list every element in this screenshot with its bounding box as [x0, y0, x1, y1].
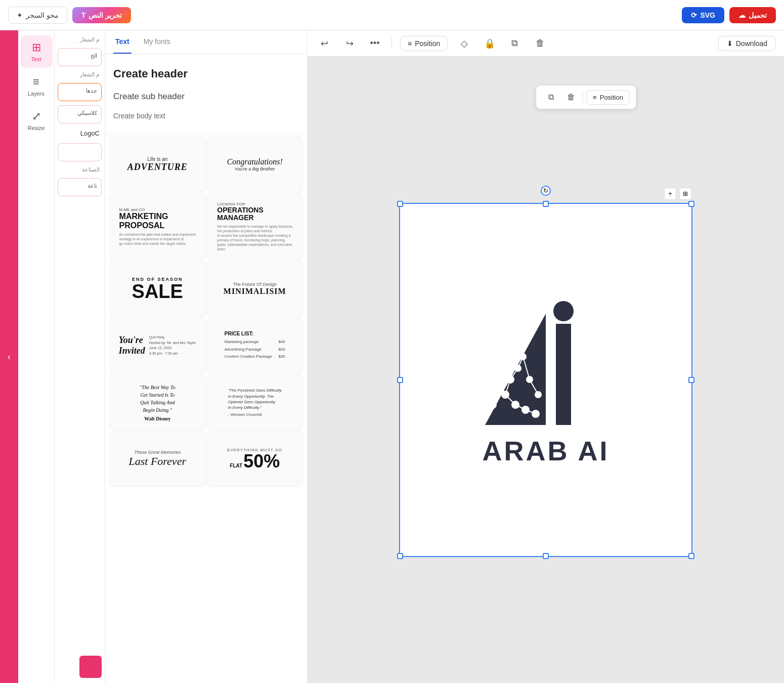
- create-sub-btn[interactable]: Create sub header: [113, 90, 299, 104]
- float-position-btn[interactable]: ≡ Position: [586, 90, 630, 105]
- corner-crop-btn[interactable]: +: [664, 188, 676, 200]
- pink-color-block: [79, 656, 102, 678]
- create-body-btn[interactable]: Create body text: [113, 110, 299, 122]
- arabic-card-2[interactable]: جدها: [58, 83, 102, 101]
- more-options-button[interactable]: •••: [366, 35, 383, 52]
- text-panel: Text My fonts Create header Create sub h…: [105, 30, 308, 683]
- delete-icon: 🗑: [536, 38, 545, 49]
- redo-icon: ↪: [346, 38, 354, 49]
- font-sample-lastforever[interactable]: These Great Memories Last Forever: [109, 431, 206, 487]
- selection-box: ↻ ⊞ +: [399, 203, 692, 557]
- canvas-workspace[interactable]: ⧉ 🗑 ≡ Position: [308, 57, 784, 683]
- sidebar-item-resize[interactable]: ⤢ Resize: [20, 104, 53, 137]
- top-bar: ✦ محو السحر T تحرير النص ⟳ SVG ☁ تحميل: [0, 0, 784, 30]
- position-button[interactable]: ≡ Position: [400, 36, 448, 51]
- toolbar-sep-1: [391, 37, 392, 50]
- undo-icon: ↩: [321, 38, 328, 49]
- tab-text[interactable]: Text: [113, 30, 132, 54]
- font-sample-pessimist[interactable]: "The Pessimist Sees DifficultyIn Every O…: [207, 374, 303, 430]
- handle-bl[interactable]: [397, 553, 403, 559]
- svg-button[interactable]: ⟳ SVG: [682, 7, 724, 23]
- font-sample-operations[interactable]: LOOKING FOR OPERATIONSMANAGER We be resp…: [207, 193, 303, 260]
- industry-card[interactable]: ناعة: [58, 178, 102, 196]
- handle-mr[interactable]: [688, 377, 694, 383]
- text-edit-button[interactable]: T تحرير النص: [72, 7, 131, 23]
- logo-c-label: LogoC: [58, 127, 102, 139]
- float-duplicate-icon: ⧉: [548, 93, 554, 102]
- top-bar-left: ✦ محو السحر T تحرير النص: [8, 7, 676, 24]
- font-sample-marketing[interactable]: M.MK and CO MARKETINGPROPOSAL As combine…: [109, 193, 206, 260]
- font-sample-fifty[interactable]: EVERYTHING MUST GO FLAT 50%: [207, 431, 303, 487]
- collapse-icon: ‹: [8, 352, 11, 362]
- rotate-handle[interactable]: ↻: [541, 186, 551, 196]
- arabic-card-classic[interactable]: كلاسيكي: [58, 105, 102, 123]
- handle-bm[interactable]: [543, 553, 549, 559]
- arabic-card-1-text: الخ: [91, 53, 97, 59]
- sidebar-layers-label: Layers: [28, 91, 45, 97]
- shape-button[interactable]: ◇: [456, 35, 473, 52]
- font-sample-adventure[interactable]: Life is an ADVENTURE: [109, 137, 206, 192]
- collapse-button[interactable]: ‹: [0, 30, 18, 683]
- sidebar-item-text[interactable]: ⊞ Text: [20, 35, 53, 68]
- font-samples-grid: Life is an ADVENTURE Congratulations! Yo…: [105, 137, 307, 495]
- text-panel-tabs: Text My fonts: [105, 30, 307, 54]
- main-layout: ‹ ⊞ Text ≡ Layers ⤢ Resize م الشعار الخ …: [0, 30, 784, 683]
- cloud-icon: ☁: [738, 11, 746, 19]
- download-top-button[interactable]: ☁ تحميل: [729, 7, 776, 23]
- magic-erase-button[interactable]: ✦ محو السحر: [8, 7, 67, 24]
- top-bar-right: ⟳ SVG ☁ تحميل: [682, 7, 776, 23]
- layers-icon: ≡: [33, 75, 39, 89]
- handle-tm[interactable]: [543, 201, 549, 207]
- text-icon: ⊞: [32, 41, 41, 54]
- font-sample-sale[interactable]: END OF SEASON SALE: [109, 261, 206, 317]
- text-edit-label: تحرير النص: [89, 11, 122, 19]
- duplicate-icon: ⧉: [511, 38, 518, 49]
- canvas-area: ↩ ↪ ••• ≡ Position ◇ 🔒 ⧉ 🗑: [308, 30, 784, 683]
- industry-card-text: ناعة: [88, 183, 97, 189]
- undo-button[interactable]: ↩: [316, 35, 333, 52]
- sidebar-icons: ⊞ Text ≡ Layers ⤢ Resize: [18, 30, 55, 683]
- duplicate-button[interactable]: ⧉: [506, 35, 524, 52]
- arabic-card-1[interactable]: الخ: [58, 48, 102, 66]
- delete-button[interactable]: 🗑: [532, 35, 549, 52]
- arabic-logo-card[interactable]: [58, 143, 102, 161]
- more-icon: •••: [370, 38, 380, 49]
- magic-icon: ✦: [17, 11, 23, 19]
- font-sample-invited[interactable]: You'reInvited Quil Party Hosted by: Mr. …: [109, 318, 206, 373]
- font-sample-bestway[interactable]: "The Best Way ToGet Started Is ToQuit Ta…: [109, 374, 206, 430]
- arabic-card-2-text: جدها: [86, 88, 97, 94]
- handle-ml[interactable]: [397, 377, 403, 383]
- handle-tl[interactable]: [397, 201, 403, 207]
- font-sample-pricelist[interactable]: PRICE LIST: Marketing package$40 Adverti…: [207, 318, 303, 373]
- corner-expand-btn[interactable]: ⊞: [679, 188, 691, 200]
- download-canvas-label: Download: [736, 39, 767, 48]
- arabic-label-2: م الشعار: [58, 70, 102, 79]
- arabic-card-classic-text: كلاسيكي: [77, 110, 97, 116]
- sidebar-text-label: Text: [31, 56, 41, 62]
- handle-tr[interactable]: [688, 201, 694, 207]
- float-duplicate-btn[interactable]: ⧉: [542, 89, 559, 106]
- handle-br[interactable]: [688, 553, 694, 559]
- shape-icon: ◇: [461, 38, 468, 49]
- canvas-element-wrapper[interactable]: ARAB AI ↻ ⊞ +: [399, 203, 692, 557]
- tab-myfonts[interactable]: My fonts: [142, 30, 172, 54]
- float-sep: [583, 91, 583, 103]
- magic-btn-label: محو السحر: [26, 11, 59, 19]
- redo-button[interactable]: ↪: [341, 35, 358, 52]
- download-canvas-icon: ⬇: [727, 39, 733, 48]
- float-delete-btn[interactable]: 🗑: [562, 89, 580, 106]
- create-header-btn[interactable]: Create header: [113, 64, 299, 83]
- float-position-label: Position: [600, 94, 623, 101]
- arabic-label-1: م الشعار: [58, 35, 102, 44]
- lock-button[interactable]: 🔒: [481, 35, 498, 52]
- download-canvas-button[interactable]: ⬇ Download: [718, 36, 776, 51]
- sidebar-item-layers[interactable]: ≡ Layers: [20, 70, 53, 102]
- text-actions: Create header Create sub header Create b…: [105, 54, 307, 132]
- arabic-sidebar: م الشعار الخ م الشعار جدها كلاسيكي LogoC…: [55, 30, 105, 683]
- svg-icon: ⟳: [691, 11, 697, 19]
- font-sample-congratulations[interactable]: Congratulations! You're a Big Brother: [207, 137, 303, 192]
- floating-toolbar: ⧉ 🗑 ≡ Position: [536, 85, 636, 109]
- font-sample-minimalism[interactable]: The Future Of Design MINIMALISIM: [207, 261, 303, 317]
- text-edit-icon: T: [81, 11, 86, 19]
- float-position-icon: ≡: [593, 94, 597, 101]
